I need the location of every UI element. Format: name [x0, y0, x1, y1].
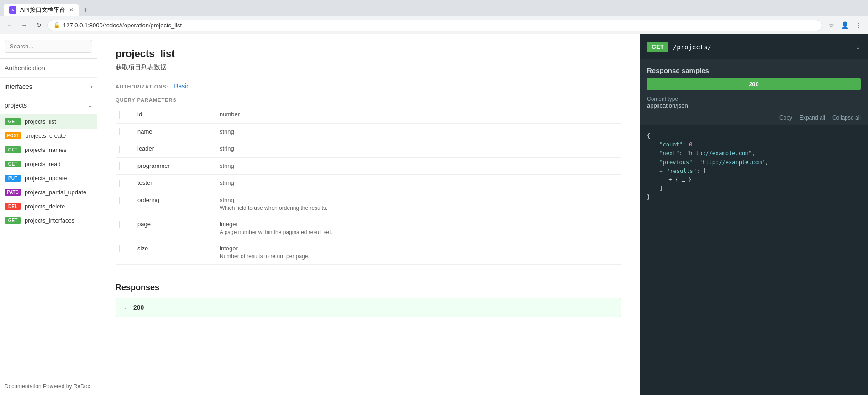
code-line-results-close: ] — [647, 184, 861, 193]
forward-button[interactable]: → — [18, 19, 30, 31]
sidebar-auth-item[interactable]: Authentication — [0, 59, 97, 78]
next-link[interactable]: http://example.com — [689, 150, 748, 156]
sidebar-item-label: projects_list — [25, 118, 56, 125]
chevron-right-icon: › — [90, 83, 92, 90]
sidebar-item-projects_delete[interactable]: DEL projects_delete — [0, 199, 97, 213]
param-indent — [119, 146, 126, 153]
sidebar-item-projects_create[interactable]: POST projects_create — [0, 129, 97, 143]
tab-close-button[interactable]: ✕ — [69, 7, 74, 13]
auth-basic-link[interactable]: Basic — [174, 83, 189, 90]
sidebar: Authentication interfaces › projects ⌄ G… — [0, 34, 97, 395]
endpoint-chevron-icon[interactable]: ⌄ — [855, 43, 861, 51]
chevron-down-icon: ⌄ — [88, 102, 92, 109]
lock-icon: 🔒 — [53, 22, 60, 28]
collapse-results-button[interactable]: − — [659, 168, 663, 174]
tab-title: API接口文档平台 — [20, 6, 65, 14]
sidebar-item-projects_names[interactable]: GET projects_names — [0, 143, 97, 157]
url-text: 127.0.0.1:8000/redoc/#operation/projects… — [63, 22, 182, 29]
content-type-label: Content type — [647, 96, 861, 102]
main-content: projects_list 获取项目列表数据 AUTHORIZATIONS: B… — [97, 34, 640, 395]
authorizations-label: AUTHORIZATIONS: — [116, 84, 168, 89]
response-samples-title: Response samples — [640, 59, 868, 78]
param-name-size: size — [134, 240, 216, 264]
content-type-section: Content type application/json — [640, 96, 868, 113]
param-name-leader: leader — [134, 140, 216, 158]
sidebar-item-label: projects_read — [25, 161, 61, 167]
param-type-tester: string — [216, 175, 621, 192]
method-badge-get: GET — [5, 118, 21, 125]
sidebar-footer: Documentation Powered by ReDoc — [0, 377, 97, 395]
redoc-link[interactable]: Documentation Powered by ReDoc — [5, 383, 90, 390]
tab-bar: A API接口文档平台 ✕ + — [0, 0, 868, 16]
table-row: tester string — [116, 175, 621, 192]
method-badge-put: PUT — [5, 175, 21, 182]
right-panel: GET /projects/ ⌄ Response samples 200 Co… — [640, 34, 868, 395]
query-params-label: QUERY PARAMETERS — [116, 97, 621, 103]
previous-link[interactable]: http://example.com — [702, 159, 762, 166]
code-line-open: { — [647, 132, 861, 140]
sidebar-item-projects_interfaces[interactable]: GET projects_interfaces — [0, 213, 97, 228]
responses-section: Responses ⌄ 200 — [116, 283, 621, 317]
interfaces-section-header[interactable]: interfaces › — [0, 78, 97, 96]
param-name-page: page — [134, 216, 216, 240]
param-indent — [119, 245, 126, 252]
params-table: id number name string leader string — [116, 106, 621, 265]
menu-button[interactable]: ⋮ — [852, 19, 864, 31]
reload-button[interactable]: ↻ — [33, 19, 45, 31]
code-line-previous: "previous": "http://example.com", — [647, 158, 861, 167]
param-name-tester: tester — [134, 175, 216, 192]
nav-bar: ← → ↻ 🔒 127.0.0.1:8000/redoc/#operation/… — [0, 16, 868, 34]
table-row: programmer string — [116, 157, 621, 175]
projects-section-header[interactable]: projects ⌄ — [0, 96, 97, 114]
account-button[interactable]: 👤 — [839, 19, 851, 31]
code-line-count: "count": 0, — [647, 140, 861, 149]
table-row: size integer Number of results to return… — [116, 240, 621, 264]
method-badge-post: POST — [5, 132, 21, 139]
sidebar-item-projects_list[interactable]: GET projects_list — [0, 114, 97, 129]
param-type-programmer: string — [216, 157, 621, 175]
copy-button[interactable]: Copy — [779, 114, 792, 121]
expand-all-button[interactable]: Expand all — [800, 114, 825, 121]
response-code-200: 200 — [133, 304, 144, 311]
address-bar[interactable]: 🔒 127.0.0.1:8000/redoc/#operation/projec… — [47, 20, 822, 31]
response-200-row[interactable]: ⌄ 200 — [116, 298, 621, 317]
table-row: ordering string Which field to use when … — [116, 192, 621, 216]
sidebar-section-interfaces: interfaces › — [0, 78, 97, 96]
code-panel: { "count": 0, "next": "http://example.co… — [640, 125, 868, 395]
param-type-name: string — [216, 123, 621, 140]
page-title: projects_list — [116, 48, 621, 60]
sidebar-item-projects_read[interactable]: GET projects_read — [0, 157, 97, 171]
responses-title: Responses — [116, 283, 621, 292]
method-badge-get: GET — [5, 161, 21, 167]
param-desc-page: A page number within the paginated resul… — [220, 229, 618, 235]
search-input[interactable] — [5, 40, 92, 53]
param-type-size: integer Number of results to return per … — [216, 240, 621, 264]
code-line-next: "next": "http://example.com", — [647, 149, 861, 158]
param-name-programmer: programmer — [134, 157, 216, 175]
param-name-id: id — [134, 106, 216, 123]
param-type-page: integer A page number within the paginat… — [216, 216, 621, 240]
endpoint-bar: GET /projects/ ⌄ — [640, 34, 868, 59]
param-desc-ordering: Which field to use when ordering the res… — [220, 205, 618, 211]
sidebar-item-label: projects_delete — [25, 203, 65, 210]
authorizations-section: AUTHORIZATIONS: Basic — [116, 83, 621, 90]
method-badge-large: GET — [647, 42, 668, 52]
tab-favicon: A — [9, 6, 16, 14]
active-tab[interactable]: A API接口文档平台 ✕ — [4, 4, 79, 16]
param-indent — [119, 197, 126, 204]
param-type-id: number — [216, 106, 621, 123]
bookmark-button[interactable]: ☆ — [825, 19, 837, 31]
param-indent — [119, 111, 126, 119]
sidebar-item-projects_partial_update[interactable]: PATC projects_partial_update — [0, 185, 97, 199]
method-badge-delete: DEL — [5, 203, 21, 210]
sidebar-item-projects_update[interactable]: PUT projects_update — [0, 171, 97, 185]
param-indent — [119, 180, 126, 187]
response-200-button[interactable]: 200 — [647, 78, 861, 90]
page-subtitle: 获取项目列表数据 — [116, 63, 621, 72]
collapse-all-button[interactable]: Collapse all — [832, 114, 861, 121]
new-tab-button[interactable]: + — [79, 4, 92, 16]
back-button[interactable]: ← — [4, 19, 16, 31]
endpoint-path: /projects/ — [673, 43, 851, 51]
sidebar-section-projects: projects ⌄ GET projects_list POST projec… — [0, 96, 97, 228]
chevron-down-icon: ⌄ — [123, 304, 128, 311]
